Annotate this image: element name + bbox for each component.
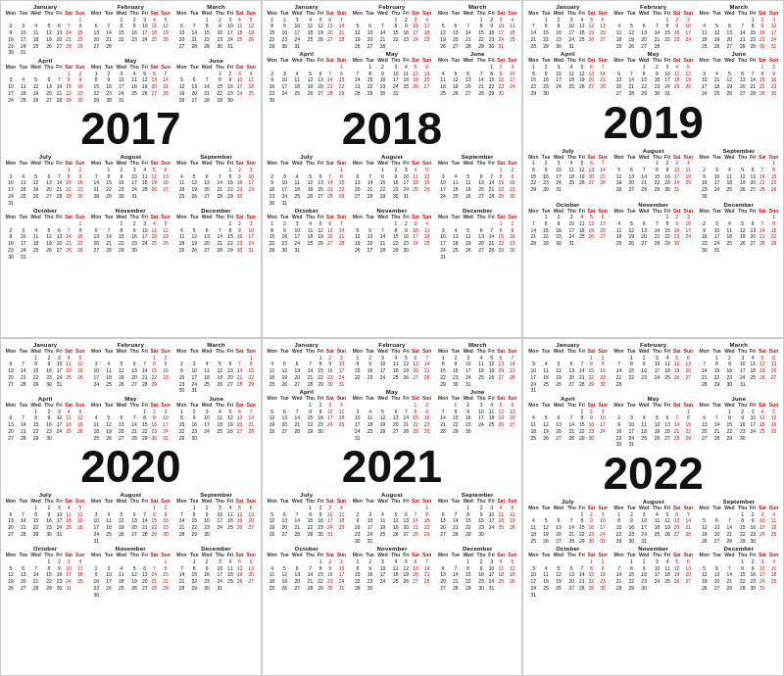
- month-december: DecemberMonTueWedThuFriSatSun 1234567891…: [173, 207, 258, 261]
- year-section: JanuaryMonTueWedThuFriSatSun 12345678910…: [3, 3, 259, 335]
- month-august: AugustMonTueWedThuFriSatSun 123456789101…: [88, 153, 172, 207]
- top-months-2: AprilMonTueWedThuFriSatSun 1234567891011…: [265, 388, 520, 442]
- month-table: MonTueWedThuFriSatSun 123456789101112131…: [612, 402, 695, 448]
- month-july: JulyMonTueWedThuFriSatSun 12345678910111…: [525, 498, 610, 545]
- month-table: MonTueWedThuFriSatSun1234567891011121314…: [266, 10, 348, 49]
- month-table: MonTueWedThuFriSatSun 123456789101112131…: [436, 160, 518, 199]
- bot-months: JulyMonTueWedThuFriSatSun 12345678910111…: [265, 153, 520, 207]
- month-february: FebruaryMonTueWedThuFriSatSun 1234567891…: [350, 3, 434, 50]
- month-february: FebruaryMonTueWedThuFriSatSun 1234567891…: [88, 341, 172, 395]
- month-april: AprilMonTueWedThuFriSatSun 1234567891011…: [3, 57, 87, 104]
- year-block-2018: JanuaryMonTueWedThuFriSatSun123456789101…: [262, 0, 523, 338]
- year-center: 2021: [265, 442, 520, 491]
- month-june: JuneMonTueWedThuFriSatSun 12345678910111…: [697, 50, 781, 97]
- month-june: JuneMonTueWedThuFriSatSun 12345678910111…: [697, 395, 781, 449]
- month-january: JanuaryMonTueWedThuFriSatSun 12345678910…: [3, 341, 87, 395]
- month-table: MonTueWedThuFriSatSun 123456789101112131…: [266, 160, 348, 206]
- year-center: 2022: [525, 449, 781, 498]
- month-table: MonTueWedThuFriSatSun 123456789101112131…: [89, 10, 172, 49]
- year-section: JanuaryMonTueWedThuFriSatSun 12345678910…: [525, 3, 781, 335]
- month-june: JuneMonTueWedThuFriSatSun 12345678910111…: [173, 57, 258, 104]
- year-section: JanuaryMonTueWedThuFriSatSun 12345678910…: [525, 341, 781, 673]
- month-february: FebruaryMonTueWedThuFriSatSun 1234567891…: [612, 341, 696, 395]
- month-table: MonTueWedThuFriSatSun 123456789101112131…: [436, 10, 518, 49]
- month-january: JanuaryMonTueWedThuFriSatSun 12345678910…: [3, 3, 87, 57]
- month-table: MonTueWedThuFriSatSun 123456789101112131…: [351, 57, 433, 96]
- month-table: MonTueWedThuFriSatSun1234567891011121314…: [612, 505, 695, 544]
- month-june: JuneMonTueWedThuFriSatSun 12345678910111…: [435, 50, 519, 104]
- month-table: MonTueWedThuFriSatSun1234567891011121314…: [436, 348, 518, 387]
- year-label: 2018: [342, 104, 442, 153]
- month-table: MonTueWedThuFriSatSun 123456789101112131…: [266, 552, 348, 591]
- month-november: NovemberMonTueWedThuFriSatSun 1234567891…: [88, 545, 172, 599]
- bot-months-2: OctoberMonTueWedThuFriSatSun 12345678910…: [525, 545, 781, 599]
- month-may: MayMonTueWedThuFriSatSun 123456789101112…: [350, 388, 434, 442]
- month-table: MonTueWedThuFriSatSun 123456789101112131…: [351, 160, 433, 199]
- month-november: NovemberMonTueWedThuFriSatSun 1234567891…: [88, 207, 172, 261]
- month-march: MarchMonTueWedThuFriSatSun12345678910111…: [435, 341, 519, 388]
- month-table: MonTueWedThuFriSatSun 123456789101112131…: [526, 208, 609, 247]
- top-months-2: AprilMonTueWedThuFriSatSun 1234567891011…: [265, 50, 520, 104]
- year-center: 2019: [525, 98, 781, 147]
- month-table: MonTueWedThuFriSatSun 123456789101112131…: [436, 214, 518, 260]
- year-section: JanuaryMonTueWedThuFriSatSun 12345678910…: [3, 341, 259, 673]
- month-table: MonTueWedThuFriSatSun 123456789101112131…: [351, 498, 433, 544]
- month-table: MonTueWedThuFriSatSun 123456789101112131…: [526, 552, 609, 598]
- month-april: AprilMonTueWedThuFriSatSun 1234567891011…: [265, 50, 349, 104]
- year-block-2022: JanuaryMonTueWedThuFriSatSun 12345678910…: [522, 338, 784, 676]
- top-months-2: AprilMonTueWedThuFriSatSun12345678910111…: [525, 50, 781, 97]
- month-table: MonTueWedThuFriSatSun 123456789101112131…: [266, 57, 348, 103]
- month-table: MonTueWedThuFriSatSun 123456789101112131…: [89, 160, 172, 199]
- month-december: DecemberMonTueWedThuFriSatSun 1234567891…: [697, 545, 781, 599]
- month-table: MonTueWedThuFriSatSun 123456789101112131…: [612, 154, 695, 193]
- month-august: AugustMonTueWedThuFriSatSun 123456789101…: [612, 147, 696, 201]
- month-october: OctoberMonTueWedThuFriSatSun 12345678910…: [3, 207, 87, 261]
- month-table: MonTueWedThuFriSatSun 123456789101112131…: [698, 208, 780, 254]
- month-table: MonTueWedThuFriSatSun 123456789101112131…: [266, 395, 348, 434]
- year-block-2017: JanuaryMonTueWedThuFriSatSun 12345678910…: [0, 0, 262, 338]
- bot-months: JulyMonTueWedThuFriSatSun 12345678910111…: [265, 491, 520, 545]
- month-february: FebruaryMonTueWedThuFriSatSun12345678910…: [350, 341, 434, 388]
- month-september: SeptemberMonTueWedThuFriSatSun 123456789…: [173, 153, 258, 207]
- bot-months-2: OctoberMonTueWedThuFriSatSun 12345678910…: [3, 545, 259, 599]
- top-months: JanuaryMonTueWedThuFriSatSun 12345678910…: [265, 341, 520, 388]
- month-table: MonTueWedThuFriSatSun 123456789101112131…: [4, 214, 86, 260]
- month-december: DecemberMonTueWedThuFriSatSun 1234567891…: [697, 201, 781, 255]
- month-january: JanuaryMonTueWedThuFriSatSun 12345678910…: [525, 341, 610, 395]
- bot-months: JulyMonTueWedThuFriSatSun 12345678910111…: [3, 153, 259, 207]
- year-block-2021: JanuaryMonTueWedThuFriSatSun 12345678910…: [262, 338, 523, 676]
- year-center: 2018: [265, 104, 520, 153]
- month-august: AugustMonTueWedThuFriSatSun 123456789101…: [350, 153, 434, 207]
- month-table: MonTueWedThuFriSatSun 123456789101112131…: [174, 10, 257, 49]
- month-table: MonTueWedThuFriSatSun1234567891011121314…: [526, 57, 609, 96]
- month-table: MonTueWedThuFriSatSun 123456789101112131…: [436, 498, 518, 537]
- month-table: MonTueWedThuFriSatSun 123456789101112131…: [89, 348, 172, 387]
- month-table: MonTueWedThuFriSatSun 123456789101112131…: [89, 402, 172, 441]
- month-december: DecemberMonTueWedThuFriSatSun 1234567891…: [435, 207, 519, 261]
- month-table: MonTueWedThuFriSatSun 123456789101112131…: [4, 160, 86, 206]
- month-april: AprilMonTueWedThuFriSatSun 1234567891011…: [525, 395, 610, 449]
- month-september: SeptemberMonTueWedThuFriSatSun 123456789…: [435, 153, 519, 207]
- month-table: MonTueWedThuFriSatSun1234567891011121314…: [526, 154, 609, 193]
- month-table: MonTueWedThuFriSatSun 123456789101112131…: [612, 57, 695, 96]
- month-june: JuneMonTueWedThuFriSatSun123456789101112…: [173, 395, 258, 442]
- top-months: JanuaryMonTueWedThuFriSatSun 12345678910…: [3, 3, 259, 57]
- month-january: JanuaryMonTueWedThuFriSatSun 12345678910…: [265, 341, 349, 388]
- month-table: MonTueWedThuFriSatSun 123456789101112131…: [612, 348, 695, 387]
- month-table: MonTueWedThuFriSatSun 123456789101112131…: [174, 160, 257, 199]
- month-march: MarchMonTueWedThuFriSatSun 1234567891011…: [173, 341, 258, 395]
- month-table: MonTueWedThuFriSatSun 123456789101112131…: [4, 10, 86, 56]
- month-may: MayMonTueWedThuFriSatSun 123456789101112…: [88, 395, 172, 442]
- calendar-grid: JanuaryMonTueWedThuFriSatSun 12345678910…: [0, 0, 784, 676]
- month-table: MonTueWedThuFriSatSun 123456789101112131…: [526, 402, 609, 441]
- month-november: NovemberMonTueWedThuFriSatSun 1234567891…: [612, 201, 696, 255]
- month-table: MonTueWedThuFriSatSun 123456789101112131…: [612, 208, 695, 247]
- year-label: 2019: [603, 98, 703, 147]
- month-june: JuneMonTueWedThuFriSatSun 12345678910111…: [435, 388, 519, 442]
- month-may: MayMonTueWedThuFriSatSun1234567891011121…: [88, 57, 172, 104]
- month-table: MonTueWedThuFriSatSun 123456789101112131…: [266, 348, 348, 387]
- month-table: MonTueWedThuFriSatSun 123456789101112131…: [436, 395, 518, 434]
- month-table: MonTueWedThuFriSatSun 123456789101112131…: [351, 395, 433, 441]
- month-may: MayMonTueWedThuFriSatSun 123456789101112…: [350, 50, 434, 104]
- month-november: NovemberMonTueWedThuFriSatSun12345678910…: [350, 545, 434, 592]
